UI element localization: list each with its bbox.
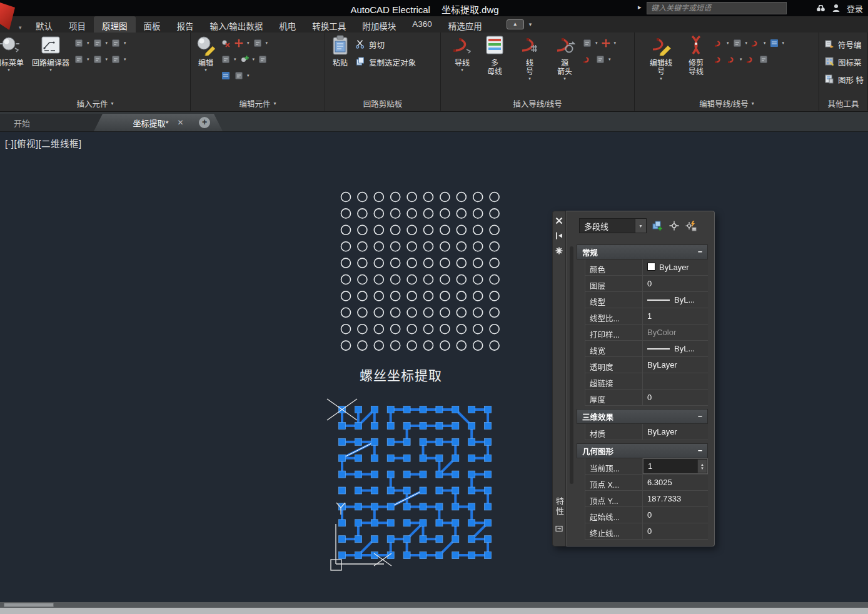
ribbon-button-wire-number[interactable]: 线 号▾: [512, 33, 547, 81]
quick-select-icon[interactable]: [685, 219, 697, 232]
ribbon-tool-icon[interactable]: [601, 38, 611, 48]
ribbon-tool-icon[interactable]: [582, 38, 592, 48]
property-value[interactable]: [643, 373, 708, 389]
dropdown-caret-icon[interactable]: ▾: [247, 41, 250, 46]
ribbon-tab-7[interactable]: 机电: [271, 16, 304, 33]
section-header[interactable]: 常规−: [577, 244, 708, 259]
ribbon-tool-icon[interactable]: [714, 54, 724, 64]
ribbon-tool-icon[interactable]: [582, 54, 592, 64]
section-header[interactable]: 几何图形−: [577, 443, 708, 458]
dropdown-caret-icon[interactable]: ▾: [106, 41, 108, 46]
ribbon-tool-icon[interactable]: [221, 71, 231, 81]
ribbon-tool-icon[interactable]: [745, 54, 755, 64]
ribbon-tool-icon[interactable]: [769, 38, 779, 48]
ribbon-button-wire-trim[interactable]: 修剪 导线: [679, 33, 714, 76]
object-type-selector[interactable]: 多段线 ▾: [579, 218, 647, 233]
panel-label-5[interactable]: 编辑导线/线号▾: [635, 96, 819, 111]
ribbon-tool-icon[interactable]: [234, 71, 244, 81]
titlebar-expand-icon[interactable]: ▸: [638, 3, 642, 11]
close-icon[interactable]: [553, 215, 565, 226]
ribbon-tab-11[interactable]: 精选应用: [440, 16, 490, 33]
property-value[interactable]: 0: [643, 390, 708, 405]
auto-hide-icon[interactable]: [553, 230, 565, 241]
ribbon-button-scissors[interactable]: 剪切: [355, 39, 416, 51]
ribbon-tab-5[interactable]: 报告: [169, 16, 202, 33]
selector-dropdown-icon[interactable]: ▾: [635, 219, 646, 233]
ribbon-tab-8[interactable]: 转换工具: [304, 16, 354, 33]
property-value[interactable]: ByL...: [643, 341, 708, 356]
collapse-section-icon[interactable]: −: [698, 412, 702, 421]
ribbon-button-dwg-props[interactable]: 图形 特: [824, 74, 864, 86]
ribbon-tool-icon[interactable]: [240, 54, 250, 64]
ribbon-tab-2[interactable]: 项目: [61, 16, 94, 33]
ribbon-tool-icon[interactable]: [759, 54, 769, 64]
ribbon-tool-icon[interactable]: [111, 38, 121, 48]
toggle-pickadd-icon[interactable]: [651, 219, 664, 232]
new-tab-button[interactable]: +: [199, 117, 210, 128]
dropdown-caret-icon[interactable]: ▾: [614, 41, 617, 46]
horizontal-scrollbar[interactable]: [0, 602, 868, 608]
ribbon-tool-icon[interactable]: [714, 38, 724, 48]
palette-title-strip[interactable]: 特性: [552, 211, 566, 546]
dropdown-caret-icon[interactable]: ▾: [234, 57, 236, 62]
property-value[interactable]: ByLayer: [643, 259, 708, 275]
ribbon-button-wire[interactable]: 导线▾: [447, 33, 477, 73]
panel-label-2[interactable]: 编辑元件▾: [191, 96, 325, 111]
signin-link[interactable]: 登录: [847, 3, 863, 14]
ribbon-tool-icon[interactable]: [732, 38, 742, 48]
ribbon-tool-icon[interactable]: [93, 38, 103, 48]
panel-label-1[interactable]: 插入元件▾: [0, 96, 190, 111]
ribbon-button-circuit[interactable]: 回路编译器▾: [28, 33, 74, 73]
panel-label-4[interactable]: 插入导线/线号: [441, 96, 634, 111]
collapse-section-icon[interactable]: −: [698, 248, 702, 256]
ribbon-tool-icon[interactable]: [595, 54, 605, 64]
ribbon-tool-icon[interactable]: [93, 54, 103, 64]
help-search-input[interactable]: [647, 2, 787, 14]
search-binoculars-icon[interactable]: [815, 3, 826, 14]
ribbon-tool-icon[interactable]: [74, 54, 84, 64]
palette-anchor-icon[interactable]: [555, 524, 564, 536]
ribbon-button-multibus[interactable]: 多 母线: [477, 33, 512, 76]
user-icon[interactable]: [831, 3, 842, 14]
section-header[interactable]: 三维效果−: [577, 409, 708, 424]
dropdown-caret-icon[interactable]: ▾: [106, 57, 108, 62]
ribbon-tool-icon[interactable]: [221, 54, 231, 64]
tab-close-icon[interactable]: ✕: [178, 118, 184, 127]
ribbon-tool-icon[interactable]: [111, 54, 121, 64]
dropdown-caret-icon[interactable]: ▾: [764, 41, 766, 46]
viewport-controls[interactable]: [-][俯视][二维线框]: [5, 136, 82, 149]
property-value[interactable]: ByL...: [643, 292, 708, 308]
property-value[interactable]: 1: [643, 308, 708, 324]
property-value[interactable]: 187.7333: [643, 491, 708, 506]
dropdown-caret-icon[interactable]: ▾: [247, 73, 250, 78]
palette-scrollbar[interactable]: [570, 246, 573, 484]
ribbon-tool-icon[interactable]: [221, 38, 231, 48]
ribbon-button-sphere-pencil[interactable]: 编辑▾: [191, 33, 221, 73]
dropdown-caret-icon[interactable]: ▾: [727, 41, 729, 46]
property-value[interactable]: ByLayer: [643, 424, 708, 440]
property-value[interactable]: ByColor: [643, 325, 708, 340]
ribbon-tab-1[interactable]: 默认: [28, 16, 61, 33]
collapse-section-icon[interactable]: −: [698, 446, 702, 455]
property-value[interactable]: 0: [643, 507, 708, 523]
dropdown-caret-icon[interactable]: ▾: [745, 41, 748, 46]
ribbon-tab-9[interactable]: 附加模块: [354, 16, 404, 33]
ribbon-tool-icon[interactable]: [750, 38, 760, 48]
value-spinner[interactable]: ▲▼: [697, 460, 707, 473]
ribbon-button-sym-builder[interactable]: 符号编: [824, 39, 864, 51]
ribbon-tab-10[interactable]: A360: [404, 16, 440, 33]
ribbon-tab-6[interactable]: 输入/输出数据: [202, 16, 271, 33]
select-objects-icon[interactable]: [668, 219, 680, 232]
dropdown-caret-icon[interactable]: ▾: [253, 57, 255, 62]
property-value[interactable]: ByLayer: [643, 357, 708, 373]
panel-label-3[interactable]: 回路剪贴板: [325, 96, 440, 111]
ribbon-tab-3[interactable]: 原理图: [94, 16, 136, 33]
dropdown-caret-icon[interactable]: ▾: [266, 41, 268, 46]
ribbon-button-clipboard[interactable]: 粘贴: [325, 33, 355, 68]
ribbon-tool-icon[interactable]: [258, 54, 268, 64]
drawing-area[interactable]: [-][俯视][二维线框] 螺丝坐标提取: [0, 131, 868, 602]
panel-label-6[interactable]: 其他工具: [819, 96, 867, 111]
properties-menu-icon[interactable]: [553, 245, 565, 256]
ribbon-tool-icon[interactable]: [234, 38, 244, 48]
ribbon-button-sphere[interactable]: 图标菜单▾: [0, 33, 28, 73]
